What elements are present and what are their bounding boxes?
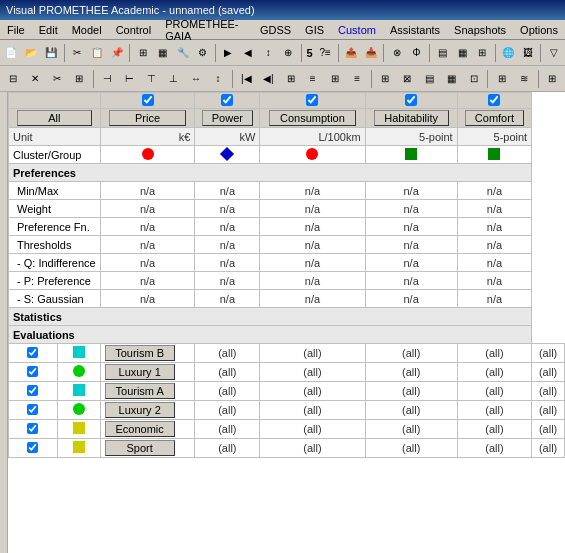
tb29[interactable]: ↔ — [185, 68, 206, 90]
sport-button[interactable]: Sport — [105, 440, 175, 456]
tb5[interactable]: 🔧 — [173, 42, 192, 64]
tourism-b-checkbox[interactable] — [9, 344, 58, 363]
tb15[interactable]: Φ — [407, 42, 426, 64]
tb16[interactable]: ▤ — [433, 42, 452, 64]
habitability-header[interactable]: Habitability — [365, 109, 457, 128]
tb11[interactable]: ?≡ — [316, 42, 335, 64]
menu-custom[interactable]: Custom — [335, 23, 379, 37]
tb10[interactable]: ⊕ — [279, 42, 298, 64]
tb30[interactable]: ↕ — [208, 68, 229, 90]
consumption-header[interactable]: Consumption — [260, 109, 365, 128]
menu-gdss[interactable]: GDSS — [257, 23, 294, 37]
save-btn[interactable]: 💾 — [42, 42, 61, 64]
tb33[interactable]: ⊞ — [280, 68, 301, 90]
tourism-b-btn-cell[interactable]: Tourism B — [100, 344, 195, 363]
tb44[interactable]: ⊞ — [542, 68, 563, 90]
power-header[interactable]: Power — [195, 109, 260, 128]
tb38[interactable]: ⊠ — [397, 68, 418, 90]
tb18[interactable]: ⊞ — [473, 42, 492, 64]
tb36[interactable]: ≡ — [346, 68, 367, 90]
sport-btn-cell[interactable]: Sport — [100, 439, 195, 458]
luxury1-btn-cell[interactable]: Luxury 1 — [100, 363, 195, 382]
tb31[interactable]: |◀ — [236, 68, 257, 90]
menu-assistants[interactable]: Assistants — [387, 23, 443, 37]
tb27[interactable]: ⊤ — [141, 68, 162, 90]
tb3[interactable]: ⊞ — [133, 42, 152, 64]
tb14[interactable]: ⊗ — [387, 42, 406, 64]
tourism-a-button[interactable]: Tourism A — [105, 383, 175, 399]
luxury1-checkbox[interactable] — [9, 363, 58, 382]
cb-consumption[interactable] — [260, 93, 365, 109]
tb4[interactable]: ▦ — [153, 42, 172, 64]
cut-btn[interactable]: ✂ — [68, 42, 87, 64]
filter-btn[interactable]: ▽ — [544, 42, 563, 64]
luxury2-button[interactable]: Luxury 2 — [105, 402, 175, 418]
comfort-button[interactable]: Comfort — [465, 110, 524, 126]
tb43[interactable]: ≋ — [514, 68, 535, 90]
tb7[interactable]: ▶ — [219, 42, 238, 64]
cluster-habitability — [365, 146, 457, 164]
paste-btn[interactable]: 📌 — [108, 42, 127, 64]
menu-control[interactable]: Control — [113, 23, 154, 37]
menu-snapshots[interactable]: Snapshots — [451, 23, 509, 37]
luxury2-checkbox[interactable] — [9, 401, 58, 420]
copy-btn[interactable]: 📋 — [88, 42, 107, 64]
tb41[interactable]: ⊡ — [463, 68, 484, 90]
all-button[interactable]: All — [17, 110, 91, 126]
cb-price[interactable] — [100, 93, 195, 109]
luxury2-btn-cell[interactable]: Luxury 2 — [100, 401, 195, 420]
tb19[interactable]: 🌐 — [499, 42, 518, 64]
price-button[interactable]: Price — [109, 110, 186, 126]
tb17[interactable]: ▦ — [453, 42, 472, 64]
tb24[interactable]: ⊞ — [69, 68, 90, 90]
tb40[interactable]: ▦ — [441, 68, 462, 90]
menu-options[interactable]: Options — [517, 23, 561, 37]
tb26[interactable]: ⊢ — [119, 68, 140, 90]
power-button[interactable]: Power — [202, 110, 252, 126]
luxury1-button[interactable]: Luxury 1 — [105, 364, 175, 380]
cluster-label: Cluster/Group — [9, 146, 101, 164]
open-btn[interactable]: 📂 — [22, 42, 41, 64]
economic-checkbox[interactable] — [9, 420, 58, 439]
tourism-a-btn-cell[interactable]: Tourism A — [100, 382, 195, 401]
tb42[interactable]: ⊞ — [491, 68, 512, 90]
consumption-button[interactable]: Consumption — [269, 110, 356, 126]
menu-file[interactable]: File — [4, 23, 28, 37]
price-header[interactable]: Price — [100, 109, 195, 128]
tb34[interactable]: ≡ — [302, 68, 323, 90]
tb28[interactable]: ⊥ — [163, 68, 184, 90]
tb20[interactable]: 🖼 — [518, 42, 537, 64]
tb25[interactable]: ⊣ — [97, 68, 118, 90]
tourism-b-button[interactable]: Tourism B — [105, 345, 175, 361]
ta-comfort: (all) — [532, 382, 565, 401]
cb-power[interactable] — [195, 93, 260, 109]
menu-edit[interactable]: Edit — [36, 23, 61, 37]
tb39[interactable]: ▤ — [419, 68, 440, 90]
tb8[interactable]: ◀ — [239, 42, 258, 64]
habitability-button[interactable]: Habitability — [374, 110, 449, 126]
menu-promethee-gaia[interactable]: PROMETHEE-GAIA — [162, 17, 249, 43]
tb13[interactable]: 📥 — [361, 42, 380, 64]
menu-model[interactable]: Model — [69, 23, 105, 37]
cb-habitability[interactable] — [365, 93, 457, 109]
tb35[interactable]: ⊞ — [324, 68, 345, 90]
cb-comfort[interactable] — [457, 93, 531, 109]
tb22[interactable]: ✕ — [24, 68, 45, 90]
economic-btn-cell[interactable]: Economic — [100, 420, 195, 439]
menu-gis[interactable]: GIS — [302, 23, 327, 37]
weight-row: Weight n/a n/a n/a n/a n/a — [9, 200, 565, 218]
tb6[interactable]: ⚙ — [193, 42, 212, 64]
tourism-a-checkbox[interactable] — [9, 382, 58, 401]
tb23[interactable]: ✂ — [46, 68, 67, 90]
tb21[interactable]: ⊟ — [2, 68, 23, 90]
tb9[interactable]: ↕ — [259, 42, 278, 64]
indiff-label: - Q: Indifference — [9, 254, 101, 272]
comfort-header[interactable]: Comfort — [457, 109, 531, 128]
tb37[interactable]: ⊞ — [375, 68, 396, 90]
sport-checkbox[interactable] — [9, 439, 58, 458]
tb32[interactable]: ◀| — [258, 68, 279, 90]
economic-button[interactable]: Economic — [105, 421, 175, 437]
tb12[interactable]: 📤 — [341, 42, 360, 64]
all-btn-cell[interactable]: All — [9, 109, 101, 128]
new-btn[interactable]: 📄 — [2, 42, 21, 64]
